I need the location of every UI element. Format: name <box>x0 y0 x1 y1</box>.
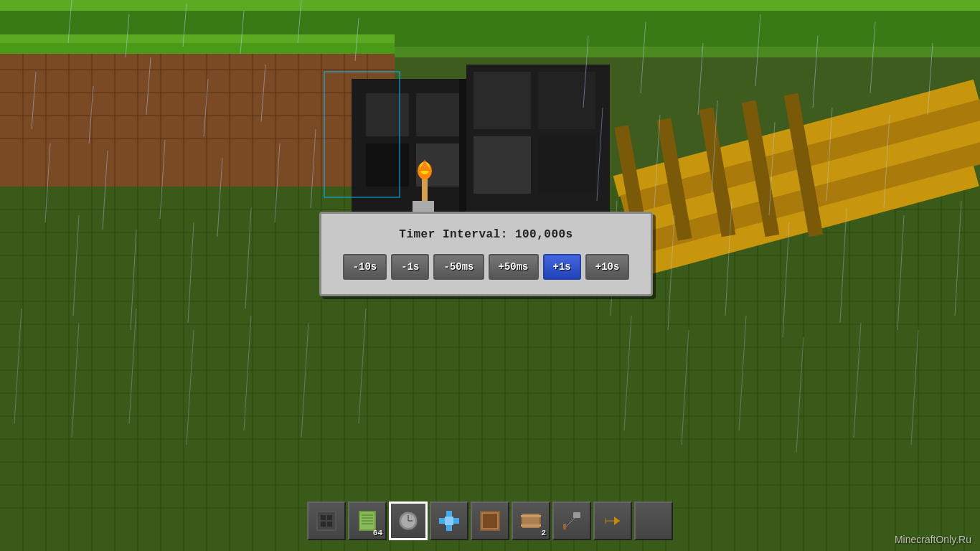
watermark: MinecraftOnly.Ru <box>895 534 971 545</box>
grass-top <box>0 36 395 65</box>
hotbar-slot-4[interactable] <box>430 501 468 540</box>
item-icon-7 <box>558 507 585 534</box>
item-icon-8 <box>599 507 626 534</box>
svg-rect-169 <box>327 515 332 520</box>
item-icon-6 <box>517 507 545 534</box>
svg-rect-190 <box>521 515 541 517</box>
timer-title: Timer Interval: 100,000s <box>336 228 636 241</box>
svg-rect-168 <box>321 515 326 520</box>
timer-buttons-container: -10s -1s -50ms +50ms +1s +10s <box>336 254 636 280</box>
svg-rect-170 <box>321 522 326 527</box>
item-icon-3 <box>395 507 422 534</box>
btn-plus10s[interactable]: +10s <box>585 254 630 280</box>
item-icon-9 <box>640 507 667 534</box>
timer-dialog: Timer Interval: 100,000s -10s -1s -50ms … <box>319 212 653 296</box>
svg-rect-187 <box>483 514 497 528</box>
hotbar-slot-2[interactable]: 64 <box>348 501 387 540</box>
svg-rect-167 <box>318 512 335 529</box>
btn-minus10s[interactable]: -10s <box>343 254 387 280</box>
hotbar-slot-8[interactable] <box>593 501 632 540</box>
svg-rect-184 <box>445 517 453 525</box>
item-icon-1 <box>313 507 340 534</box>
hotbar-slot-5[interactable] <box>471 501 509 540</box>
dirt-wall <box>0 57 344 187</box>
svg-rect-193 <box>573 512 580 518</box>
hotbar-slot-6[interactable]: 2 <box>512 501 550 540</box>
hotbar-slot-9[interactable] <box>634 501 673 540</box>
svg-rect-191 <box>521 524 541 527</box>
item-count-6: 2 <box>541 529 546 537</box>
svg-rect-171 <box>327 522 332 527</box>
hotbar-slot-1[interactable] <box>307 501 346 540</box>
svg-rect-194 <box>563 524 566 529</box>
game-canvas: Timer Interval: 100,000s -10s -1s -50ms … <box>0 0 980 551</box>
item-count-2: 64 <box>373 529 382 537</box>
svg-marker-196 <box>614 517 620 525</box>
item-icon-5 <box>476 507 504 534</box>
hotbar-slot-3[interactable] <box>389 501 428 540</box>
btn-plus50ms[interactable]: +50ms <box>489 254 539 280</box>
btn-minus1s[interactable]: -1s <box>391 254 429 280</box>
hotbar: 64 <box>307 501 673 540</box>
btn-minus50ms[interactable]: -50ms <box>433 254 484 280</box>
btn-plus1s[interactable]: +1s <box>543 254 581 280</box>
hotbar-slot-7[interactable] <box>552 501 591 540</box>
item-icon-4 <box>435 507 463 534</box>
